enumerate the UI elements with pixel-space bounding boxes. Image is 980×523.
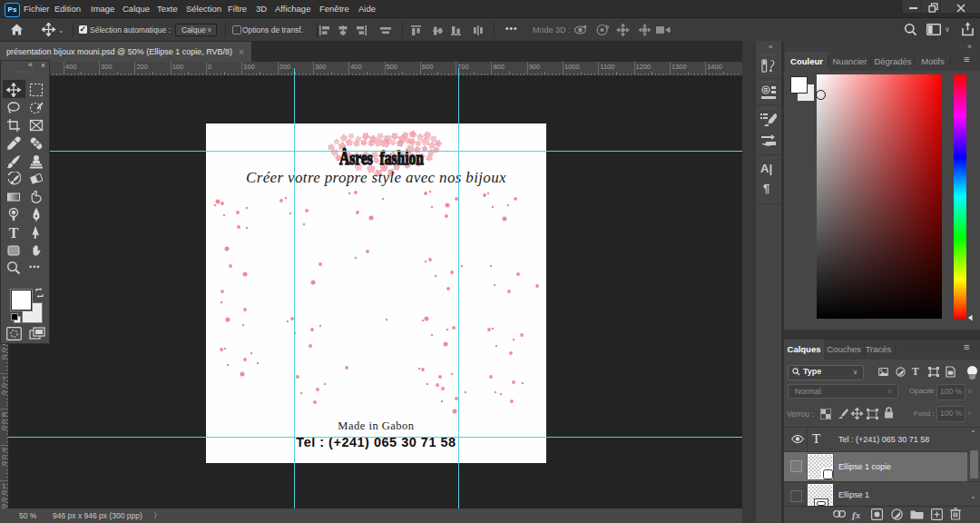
svg-text:T: T bbox=[9, 225, 19, 240]
